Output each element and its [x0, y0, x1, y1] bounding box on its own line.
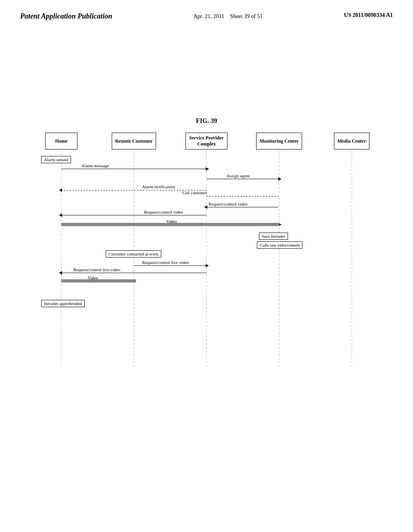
figure-title: FIG. 39	[0, 117, 413, 125]
col-home: Home	[45, 133, 77, 150]
alarm-sensed-box: Alarm sensed	[41, 156, 71, 163]
label-video-1: Video	[166, 219, 177, 224]
sequence-diagram: Home Remote Customer Service ProviderCom…	[25, 133, 388, 374]
svg-marker-15	[59, 214, 62, 217]
sheet-info: Sheet 39 of 51	[230, 13, 263, 19]
publication-date: Apr. 21, 2011	[194, 13, 224, 19]
col-monitoring-center: Monitoring Center	[256, 133, 302, 150]
customer-contacted-box: Customer contacted at work	[106, 250, 161, 258]
header: Patent Application Publication Apr. 21, …	[0, 0, 413, 25]
label-call-customer: Call customer	[182, 190, 207, 195]
page: Patent Application Publication Apr. 21, …	[0, 0, 413, 532]
svg-marker-21	[59, 271, 62, 274]
label-request-control-live-video-1: Request/control live video	[142, 260, 189, 265]
label-request-control-live-video-2: Request/control live video	[73, 267, 120, 272]
label-alarm-notification: Alarm notification	[142, 184, 175, 189]
svg-marker-13	[204, 206, 207, 209]
svg-marker-8	[278, 177, 282, 181]
diagram-svg	[25, 133, 388, 374]
col-media-center: Media Center	[334, 133, 370, 150]
header-center: Apr. 21, 2011 Sheet 39 of 51	[194, 12, 263, 21]
label-video-2: Video	[88, 275, 98, 280]
label-request-control-video-2: Request/control video	[144, 210, 183, 214]
svg-marker-19	[206, 264, 209, 267]
label-alarm-message: Alarm message	[81, 163, 109, 168]
publication-title: Patent Application Publication	[20, 12, 112, 21]
video-bar-2	[61, 279, 136, 283]
sees-intruder-box: Sees Intruder	[259, 233, 288, 240]
patent-number: US 2011/0090334 A1	[344, 12, 393, 19]
calls-law-enforcement-box: Calls law enforcement	[257, 241, 302, 249]
label-assign-agent: Assign agent	[227, 173, 250, 178]
col-remote-customer: Remote Customer	[112, 133, 156, 150]
col-service-provider: Service ProviderComplex	[186, 133, 227, 150]
svg-marker-6	[206, 167, 209, 170]
svg-marker-10	[59, 189, 62, 192]
intruder-apprehended-box: Intruder apprehended	[41, 300, 85, 307]
label-request-control-video-1: Request/control video	[209, 202, 248, 206]
